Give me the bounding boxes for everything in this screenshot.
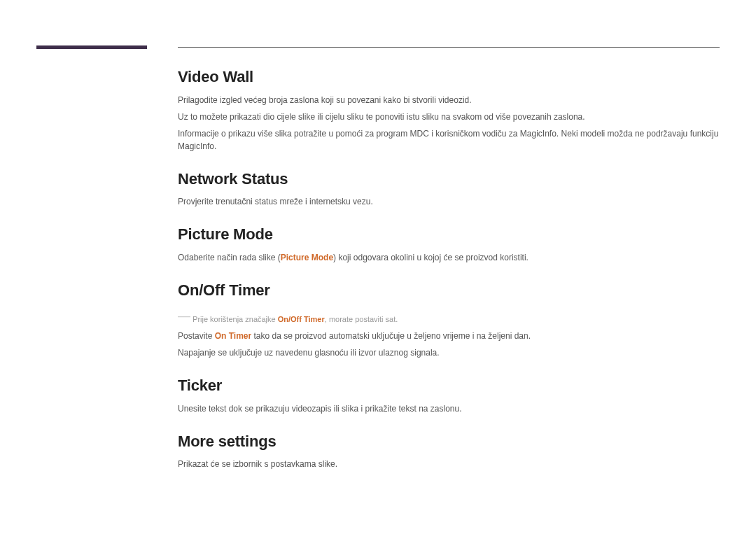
text: ) koji odgovara okolini u kojoj će se pr… xyxy=(333,253,528,262)
heading-picture-mode: Picture Mode xyxy=(178,225,724,244)
note-dash-icon: ― xyxy=(178,309,190,323)
highlight-on-off-timer: On/Off Timer xyxy=(278,315,325,323)
paragraph: Informacije o prikazu više slika potraži… xyxy=(178,127,724,153)
text: Prije korištenja značajke xyxy=(192,315,278,323)
heading-video-wall: Video Wall xyxy=(178,67,724,87)
text: Postavite xyxy=(178,331,215,341)
paragraph: Uz to možete prikazati dio cijele slike … xyxy=(178,111,724,123)
page-content: Video Wall Prilagodite izgled većeg broj… xyxy=(178,67,724,487)
paragraph: Napajanje se uključuje uz navedenu glasn… xyxy=(178,346,724,359)
section-video-wall: Video Wall Prilagodite izgled većeg broj… xyxy=(178,67,724,153)
heading-network-status: Network Status xyxy=(178,169,724,189)
text: Odaberite način rada slike ( xyxy=(178,253,281,262)
heading-more-settings: More settings xyxy=(178,432,724,451)
paragraph: Prilagodite izgled većeg broja zaslona k… xyxy=(178,94,724,106)
paragraph: Provjerite trenutačni status mreže i int… xyxy=(178,195,724,208)
paragraph: Prikazat će se izbornik s postavkama sli… xyxy=(178,458,724,470)
text: tako da se proizvod automatski uključuje… xyxy=(251,331,531,341)
header-bar xyxy=(36,45,147,49)
section-on-off-timer: On/Off Timer ― Prije korištenja značajke… xyxy=(178,281,724,360)
highlight-on-timer: On Timer xyxy=(215,331,251,341)
note: ― Prije korištenja značajke On/Off Timer… xyxy=(178,307,724,325)
header-divider xyxy=(178,47,720,48)
section-network-status: Network Status Provjerite trenutačni sta… xyxy=(178,169,724,209)
section-picture-mode: Picture Mode Odaberite način rada slike … xyxy=(178,225,724,264)
highlight-picture-mode: Picture Mode xyxy=(281,253,333,262)
paragraph: Unesite tekst dok se prikazuju videozapi… xyxy=(178,402,724,415)
paragraph: Odaberite način rada slike (Picture Mode… xyxy=(178,251,724,264)
text: , morate postaviti sat. xyxy=(325,315,398,323)
paragraph: Postavite On Timer tako da se proizvod a… xyxy=(178,330,724,342)
section-more-settings: More settings Prikazat će se izbornik s … xyxy=(178,432,724,471)
section-ticker: Ticker Unesite tekst dok se prikazuju vi… xyxy=(178,376,724,415)
heading-on-off-timer: On/Off Timer xyxy=(178,281,724,300)
heading-ticker: Ticker xyxy=(178,376,724,395)
